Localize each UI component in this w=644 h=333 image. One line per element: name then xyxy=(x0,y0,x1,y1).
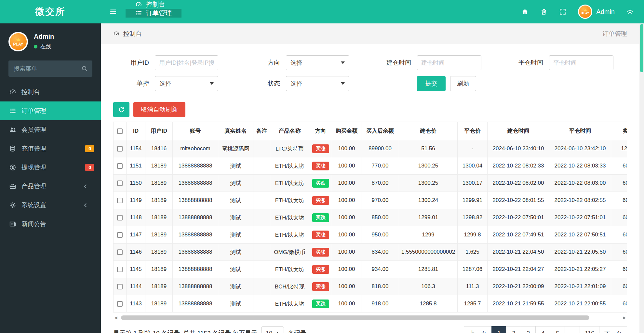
reload-table-button[interactable] xyxy=(113,102,129,117)
row-checkbox[interactable] xyxy=(117,249,123,255)
row-checkbox[interactable] xyxy=(117,180,123,186)
control-label: 单控 xyxy=(113,79,149,88)
gauge-icon xyxy=(113,31,120,37)
cell-account: 13888888888 xyxy=(173,175,218,192)
page-button-5[interactable]: 5 xyxy=(550,326,565,333)
chevron-down-icon xyxy=(341,82,345,85)
cell-select xyxy=(114,140,127,157)
next-page-button[interactable]: 下一页 xyxy=(599,326,627,333)
sidebar-item-0[interactable]: 控制台 xyxy=(0,83,101,101)
page-button-1[interactable]: 1 xyxy=(491,326,506,333)
direction-badge: 买跌 xyxy=(312,300,329,308)
sidebar-item-4[interactable]: 提现管理0 xyxy=(0,158,101,177)
direction-badge: 买涨 xyxy=(312,282,329,291)
cell-balance_after: 970.00 xyxy=(361,192,399,209)
select-all-checkbox[interactable] xyxy=(117,128,123,134)
cell-account: 13888888888 xyxy=(173,261,218,278)
status-select[interactable]: 选择 xyxy=(286,76,349,91)
cell-amount: 100.00 xyxy=(332,175,361,192)
cell-close_price: 1300.17 xyxy=(458,175,488,192)
column-header: 账号 xyxy=(173,122,218,140)
cell-remark xyxy=(253,278,270,295)
sidebar-item-1[interactable]: 订单管理 xyxy=(0,101,101,120)
sidebar-item-3[interactable]: 充值管理0 xyxy=(0,139,101,158)
cell-account: 13888888888 xyxy=(173,244,218,261)
user-menu[interactable]: PLAY Admin xyxy=(578,5,615,19)
refresh-button[interactable]: 刷新 xyxy=(450,76,476,91)
control-select[interactable]: 选择 xyxy=(155,76,218,91)
row-checkbox[interactable] xyxy=(117,146,123,152)
cell-real_name: 测试 xyxy=(218,192,253,209)
horizontal-scroll-thumb[interactable] xyxy=(121,315,589,320)
cell-real_name: 测试 xyxy=(218,244,253,261)
row-checkbox[interactable] xyxy=(117,198,123,203)
sidebar-toggle-button[interactable] xyxy=(101,0,126,23)
table-row: 115418416mitaobocom蜜桃源码网LTC/莱特币买涨100.008… xyxy=(114,140,627,157)
cell-id: 1148 xyxy=(127,209,145,226)
row-checkbox[interactable] xyxy=(117,232,123,238)
sidebar-item-2[interactable]: 会员管理 xyxy=(0,120,101,139)
sidebar-item-7[interactable]: 新闻公告 xyxy=(0,215,101,233)
coins-icon xyxy=(9,145,16,152)
cell-amount: 100.00 xyxy=(332,244,361,261)
menu-badge: 0 xyxy=(85,145,94,152)
home-icon[interactable] xyxy=(521,8,529,15)
column-header: 类 xyxy=(611,122,627,140)
cell-user_id: 18189 xyxy=(145,226,173,244)
cell-select xyxy=(114,209,127,226)
row-checkbox[interactable] xyxy=(117,163,123,169)
sidebar-user-name: Admin xyxy=(34,33,54,40)
direction-badge: 买涨 xyxy=(312,231,329,239)
page-button-116[interactable]: 116 xyxy=(580,326,599,333)
table-header-row: ID用户ID账号真实姓名备注产品名称方向购买金额买入后余额建仓价平仓价建仓时间平… xyxy=(114,122,627,140)
row-checkbox[interactable] xyxy=(117,215,123,220)
cell-open_price: 106.3 xyxy=(399,278,458,295)
cell-id: 1150 xyxy=(127,175,145,192)
trash-icon[interactable] xyxy=(540,8,547,15)
user-id-input[interactable] xyxy=(155,55,218,70)
cell-open_time: 2022-10-22 08:01:55 xyxy=(488,192,549,209)
page-button-3[interactable]: 3 xyxy=(521,326,536,333)
table-row: 11491818913888888888测试ETH/以太坊买涨100.00970… xyxy=(114,192,627,209)
direction-badge: 买跌 xyxy=(312,213,329,222)
cell-open_price: 1285.81 xyxy=(399,261,458,278)
column-header: 产品名称 xyxy=(270,122,309,140)
vertical-scroll-thumb[interactable] xyxy=(640,24,643,72)
page-button-4[interactable]: 4 xyxy=(535,326,550,333)
row-checkbox[interactable] xyxy=(117,301,123,307)
close-time-input[interactable] xyxy=(549,55,613,70)
sidebar-search-input[interactable] xyxy=(8,60,92,77)
cell-open_time: 2022-10-21 22:04:27 xyxy=(488,261,549,278)
cell-period: 60 xyxy=(611,278,627,295)
close-time-label: 平仓时间 xyxy=(507,59,543,67)
prev-page-button[interactable]: 上一页 xyxy=(464,326,492,333)
row-checkbox[interactable] xyxy=(117,267,123,272)
cell-period: 60 xyxy=(611,295,627,313)
gears-icon[interactable] xyxy=(626,8,634,15)
cell-balance_after: 834.00 xyxy=(361,244,399,261)
cell-direction: 买涨 xyxy=(309,226,332,244)
page-size-select[interactable]: 10 xyxy=(261,326,284,333)
submit-button[interactable]: 提交 xyxy=(417,76,446,91)
topnav-item-1[interactable]: 订单管理 xyxy=(126,9,181,18)
sidebar-item-6[interactable]: 系统设置 xyxy=(0,196,101,215)
search-icon[interactable] xyxy=(81,65,88,72)
direction-select[interactable]: 选择 xyxy=(286,55,349,70)
open-time-input[interactable] xyxy=(417,55,481,70)
cell-real_name: 测试 xyxy=(218,157,253,175)
sidebar-item-5[interactable]: 产品管理 xyxy=(0,177,101,196)
scroll-left-arrow-icon[interactable]: ◄ xyxy=(113,315,118,320)
cell-balance_after: 918.00 xyxy=(361,295,399,313)
page-button-2[interactable]: 2 xyxy=(506,326,521,333)
cancel-auto-refresh-button[interactable]: 取消自动刷新 xyxy=(133,102,185,117)
cell-balance_after: 818.00 xyxy=(361,278,399,295)
topnav-item-0[interactable]: 控制台 xyxy=(126,0,181,9)
fullscreen-icon[interactable] xyxy=(559,8,566,15)
status-label: 状态 xyxy=(244,79,280,88)
orders-table: ID用户ID账号真实姓名备注产品名称方向购买金额买入后余额建仓价平仓价建仓时间平… xyxy=(113,122,627,313)
row-checkbox[interactable] xyxy=(117,284,123,289)
cell-product: OMG/嫩模币 xyxy=(270,244,309,261)
table-row: 11481818913888888888测试ETH/以太坊买跌100.00850… xyxy=(114,209,627,226)
scroll-right-arrow-icon[interactable]: ► xyxy=(622,315,627,320)
table-row: 11501818913888888888测试ETH/以太坊买跌100.00870… xyxy=(114,175,627,192)
